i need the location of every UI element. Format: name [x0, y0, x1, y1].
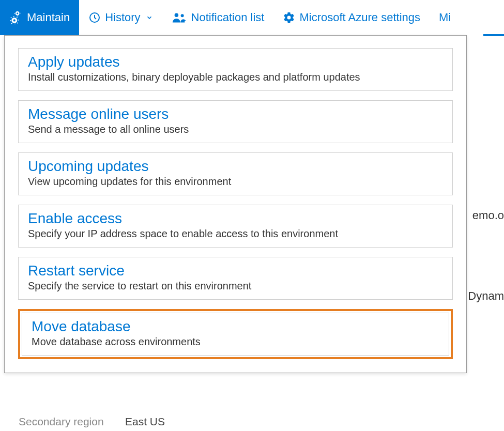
history-label: History	[105, 11, 140, 24]
message-users-item[interactable]: Message online users Send a message to a…	[18, 100, 453, 143]
maintain-button[interactable]: Maintain	[0, 0, 79, 35]
people-icon	[172, 11, 187, 24]
restart-service-item[interactable]: Restart service Specify the service to r…	[18, 257, 453, 300]
menu-desc: Send a message to all online users	[28, 124, 443, 135]
enable-access-item[interactable]: Enable access Specify your IP address sp…	[18, 205, 453, 248]
tab-indicator	[483, 34, 504, 36]
upcoming-updates-item[interactable]: Upcoming updates View upcoming updates f…	[18, 152, 453, 195]
toolbar: Maintain History Notification list	[0, 0, 504, 35]
maintain-label: Maintain	[27, 11, 70, 24]
menu-title: Move database	[32, 318, 439, 335]
notification-list-label: Notification list	[191, 11, 265, 24]
menu-title: Apply updates	[28, 54, 443, 70]
bg-text-fragment-2: Dynam	[468, 289, 504, 303]
menu-title: Restart service	[28, 263, 443, 279]
svg-point-1	[174, 13, 178, 18]
apply-updates-item[interactable]: Apply updates Install customizations, bi…	[18, 48, 453, 91]
secondary-region-label: Secondary region	[19, 415, 104, 428]
menu-title: Upcoming updates	[28, 158, 443, 175]
menu-title: Message online users	[28, 106, 443, 122]
truncated-label: Mi	[439, 11, 451, 24]
notification-list-button[interactable]: Notification list	[162, 0, 274, 35]
menu-desc: Specify your IP address space to enable …	[28, 228, 443, 240]
menu-title: Enable access	[28, 210, 443, 227]
menu-desc: Move database across environments	[32, 336, 439, 348]
highlight-box: Move database Move database across envir…	[18, 309, 453, 359]
bg-text-fragment-1: emo.o	[472, 209, 504, 222]
gears-icon	[9, 11, 23, 24]
chevron-down-icon	[146, 14, 153, 21]
history-icon	[88, 11, 101, 24]
menu-desc: View upcoming updates for this environme…	[28, 176, 443, 188]
secondary-region-value: East US	[125, 415, 165, 428]
maintain-dropdown: Apply updates Install customizations, bi…	[4, 35, 467, 373]
gear-icon	[283, 11, 295, 24]
history-button[interactable]: History	[79, 0, 162, 35]
menu-desc: Install customizations, binary deployabl…	[28, 71, 443, 83]
svg-point-2	[180, 14, 184, 17]
azure-settings-button[interactable]: Microsoft Azure settings	[273, 0, 430, 35]
truncated-tab[interactable]: Mi	[430, 0, 451, 35]
azure-settings-label: Microsoft Azure settings	[299, 11, 420, 24]
menu-desc: Specify the service to restart on this e…	[28, 280, 443, 292]
move-database-item[interactable]: Move database Move database across envir…	[22, 313, 449, 356]
